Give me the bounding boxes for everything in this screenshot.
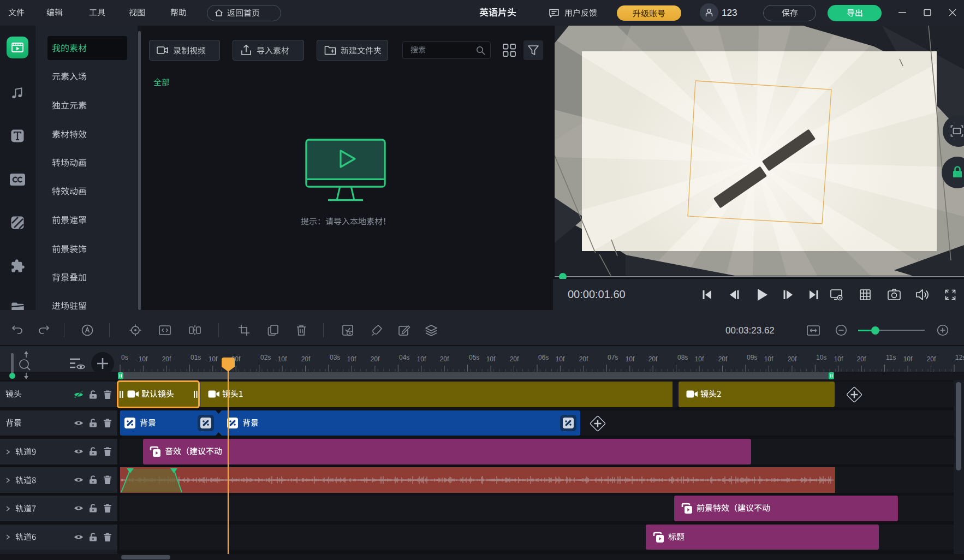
svg-text:10f: 10f: [278, 355, 287, 363]
svg-text:05s: 05s: [469, 354, 479, 361]
svg-text:20f: 20f: [927, 355, 936, 363]
svg-text:20f: 20f: [371, 355, 380, 363]
svg-text:01s: 01s: [191, 354, 201, 361]
svg-text:20f: 20f: [857, 355, 866, 363]
svg-text:02s: 02s: [260, 354, 271, 361]
svg-text:20f: 20f: [718, 355, 728, 363]
svg-text:06s: 06s: [538, 354, 549, 361]
svg-text:10f: 10f: [347, 355, 356, 363]
svg-text:20f: 20f: [162, 355, 171, 363]
svg-text:10s: 10s: [816, 354, 826, 361]
svg-text:03s: 03s: [330, 354, 340, 361]
svg-text:10f: 10f: [834, 355, 843, 363]
svg-text:10f: 10f: [417, 355, 426, 363]
svg-text:0s: 0s: [121, 354, 128, 361]
svg-text:10f: 10f: [903, 355, 913, 363]
svg-text:20f: 20f: [301, 355, 311, 363]
svg-text:20f: 20f: [579, 355, 588, 363]
svg-text:20f: 20f: [648, 355, 658, 363]
svg-text:10f: 10f: [556, 355, 565, 363]
svg-text:11s: 11s: [886, 354, 896, 361]
svg-text:10f: 10f: [695, 355, 704, 363]
svg-text:09s: 09s: [747, 354, 757, 361]
svg-text:07s: 07s: [608, 354, 618, 361]
svg-text:20f: 20f: [440, 355, 449, 363]
svg-text:08s: 08s: [677, 354, 688, 361]
svg-text:20f: 20f: [788, 355, 797, 363]
svg-text:10f: 10f: [764, 355, 773, 363]
svg-text:12s: 12s: [955, 354, 964, 361]
svg-text:10f: 10f: [486, 355, 496, 363]
svg-text:10f: 10f: [209, 355, 218, 363]
svg-text:20f: 20f: [510, 355, 519, 363]
svg-text:10f: 10f: [626, 355, 635, 363]
svg-text:10f: 10f: [139, 355, 148, 363]
svg-text:04s: 04s: [399, 354, 409, 361]
